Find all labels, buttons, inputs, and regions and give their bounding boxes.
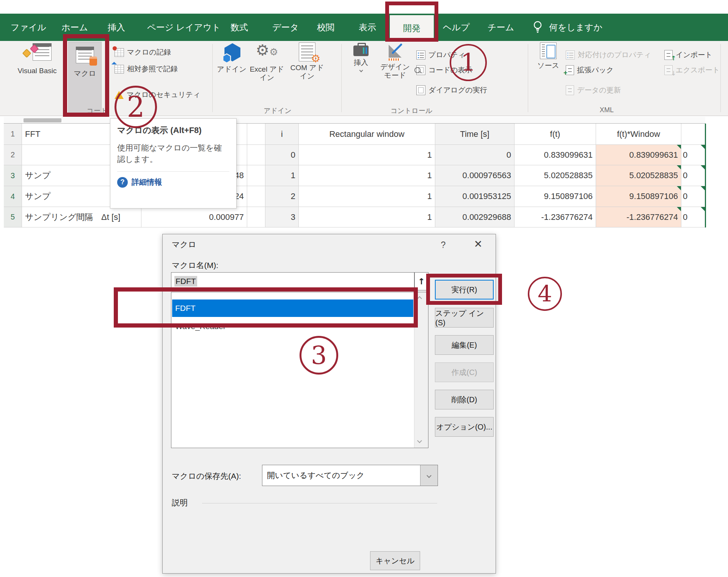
dialog-close-button[interactable]: ✕ (468, 236, 488, 252)
table-cell[interactable]: 0.839099631 (596, 145, 681, 165)
table-cell[interactable]: 1 (265, 165, 299, 186)
combo-dropdown-button[interactable] (420, 465, 438, 486)
group-label-xml: XML (599, 106, 613, 114)
properties-button[interactable]: プロパティ (416, 48, 465, 62)
view-code-button[interactable]: コードの表示 (416, 63, 472, 77)
table-cell[interactable]: 0 (681, 145, 705, 165)
table-cell[interactable]: 2 (265, 186, 299, 207)
table-cell[interactable]: 5.020528835 (515, 165, 596, 186)
options-button[interactable]: オプション(O)... (435, 417, 494, 437)
relative-references-button[interactable]: 相対参照で記録 (115, 62, 177, 76)
table-cell[interactable]: 1 (299, 207, 435, 227)
macro-list-item-wave-reader[interactable]: Wave_Reader (172, 318, 413, 335)
table-cell[interactable]: 1 (299, 186, 435, 207)
row-header[interactable]: 4 (4, 186, 22, 207)
record-macro-button[interactable]: マクロの記録 (115, 45, 171, 59)
cell-flag-triangle (677, 207, 681, 211)
tab-page-layout[interactable]: ページ レイアウト (147, 14, 221, 41)
table-cell[interactable]: 1 (299, 145, 435, 165)
cell[interactable] (247, 207, 265, 227)
learn-more-link[interactable]: ? 詳細情報 (117, 177, 229, 188)
com-addins-label: COM アドイン (287, 64, 327, 80)
excel-addins-label: Excel アドイン (247, 65, 287, 82)
tell-me-box[interactable]: 何をしますか (549, 14, 602, 41)
addins-button[interactable]: アドイン (217, 42, 246, 74)
table-cell[interactable]: 0.000976563 (435, 165, 515, 186)
table-cell[interactable]: 0 (681, 165, 705, 186)
cell[interactable] (247, 165, 265, 186)
tab-home[interactable]: ホーム (61, 14, 88, 41)
macro-list: FDFT Wave_Reader (171, 292, 428, 448)
tab-developer[interactable]: 開発 (390, 15, 434, 41)
scrollbar-down-icon[interactable] (417, 438, 422, 443)
row-header[interactable]: 5 (4, 207, 22, 227)
cancel-button[interactable]: キャンセル (370, 551, 420, 570)
table-cell[interactable]: 0 (265, 145, 299, 165)
delete-button[interactable]: 削除(D) (435, 390, 494, 409)
run-dialog-button[interactable]: ダイアログの実行 (416, 83, 487, 97)
macro-security-button[interactable]: マクロのセキュリティ (115, 88, 200, 102)
cell[interactable] (247, 124, 265, 145)
tab-help[interactable]: ヘルプ (443, 14, 470, 41)
cell-flag-triangle (701, 207, 705, 211)
table-header-ft[interactable]: f(t) (515, 124, 596, 145)
table-cell[interactable]: 5.020528835 (596, 165, 681, 186)
screenshot-root: ファイル ホーム 挿入 ページ レイアウト 数式 データ 校閲 表示 開発 ヘル… (0, 0, 728, 577)
scroll-top-button[interactable]: ↑ (414, 272, 428, 290)
table-header-ftwindow[interactable]: f(t)*Window (596, 124, 681, 145)
tab-team[interactable]: チーム (488, 14, 514, 41)
tab-view[interactable]: 表示 (359, 14, 376, 41)
scrollbar-up-icon[interactable] (417, 296, 422, 301)
cell-b5[interactable]: サンプリング間隔 Δt [s] (22, 207, 141, 227)
import-button[interactable]: インポート (664, 48, 712, 62)
table-header-i[interactable]: i (265, 124, 299, 145)
table-header-window[interactable]: Rectangular window (299, 124, 435, 145)
tab-insert[interactable]: 挿入 (108, 14, 125, 41)
visual-basic-button[interactable]: Visual Basic (8, 42, 66, 75)
cell-value: 0 (683, 212, 687, 222)
table-cell[interactable]: 0.001953125 (435, 186, 515, 207)
table-cell[interactable]: 3 (265, 207, 299, 227)
addins-icon (221, 42, 242, 63)
relative-references-icon (115, 65, 124, 74)
tab-file[interactable]: ファイル (11, 14, 46, 41)
list-scrollbar[interactable] (414, 292, 428, 448)
row-header[interactable]: 2 (4, 145, 22, 165)
macro-list-item-fdft[interactable]: FDFT (172, 299, 413, 317)
table-cell[interactable]: 9.150897106 (596, 186, 681, 207)
table-cell[interactable] (681, 124, 705, 145)
table-cell[interactable]: -1.236776274 (515, 207, 596, 227)
table-header-time[interactable]: Time [s] (435, 124, 515, 145)
cell-c5[interactable]: 0.000977 (141, 207, 247, 227)
export-icon (664, 65, 673, 75)
dialog-help-button[interactable]: ? (435, 237, 452, 252)
tab-review[interactable]: 校閲 (317, 14, 334, 41)
edit-button[interactable]: 編集(E) (435, 335, 494, 355)
table-cell[interactable]: 0 (681, 186, 705, 207)
table-cell[interactable]: 9.150897106 (515, 186, 596, 207)
row-header[interactable]: 3 (4, 165, 22, 186)
record-macro-label: マクロの記録 (127, 47, 171, 57)
macros-in-combobox[interactable]: 開いているすべてのブック (262, 465, 438, 486)
row-header[interactable]: 1 (4, 124, 22, 145)
design-mode-button[interactable]: デザイン モード (377, 42, 413, 80)
xml-source-button[interactable]: ソース (534, 42, 563, 70)
table-cell[interactable]: 0.839099631 (515, 145, 596, 165)
table-cell[interactable]: 0 (435, 145, 515, 165)
expansion-packs-button[interactable]: 拡張パック (566, 63, 613, 77)
run-button[interactable]: 実行(R) (435, 280, 494, 299)
tab-formulas[interactable]: 数式 (231, 14, 248, 41)
macro-name-input[interactable]: FDFT (171, 272, 414, 290)
step-into-button[interactable]: ステップ イン(S) (435, 308, 494, 328)
com-addins-button[interactable]: ⚙ COM アドイン (287, 42, 327, 80)
cell[interactable] (247, 186, 265, 207)
macro-button[interactable]: マクロ (68, 42, 102, 114)
table-cell[interactable]: 1 (299, 165, 435, 186)
table-cell[interactable]: 0.002929688 (435, 207, 515, 227)
insert-control-button[interactable]: 挿入 (346, 42, 376, 72)
excel-addins-button[interactable]: ⚙⚙ Excel アドイン (247, 42, 287, 82)
tab-data[interactable]: データ (272, 14, 299, 41)
table-cell[interactable]: 0 (681, 207, 705, 227)
table-cell[interactable]: -1.236776274 (596, 207, 681, 227)
cell[interactable] (247, 145, 265, 165)
